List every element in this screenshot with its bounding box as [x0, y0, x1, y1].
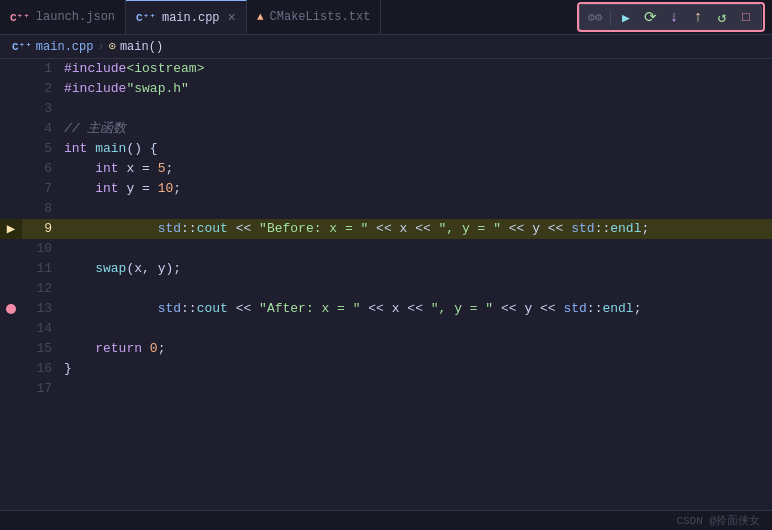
tab-bar: C⁺⁺ launch.json C⁺⁺ main.cpp × ▲ CMakeLi…	[0, 0, 772, 35]
code-content-1: #include<iostream>	[64, 59, 772, 79]
line-num-12: 12	[22, 279, 64, 299]
debug-toolbar: ⚙⚙ ▶ ⟳ ↓ ↑ ↺ □	[579, 4, 762, 31]
line-num-11: 11	[22, 259, 64, 279]
line-num-16: 16	[22, 359, 64, 379]
code-line-17: 17	[22, 379, 772, 399]
line-num-6: 6	[22, 159, 64, 179]
line-num-13: 13	[22, 299, 64, 319]
line-num-1: 1	[22, 59, 64, 79]
breadcrumb: C⁺⁺ main.cpp › ⊙ main()	[0, 35, 772, 59]
code-line-4: 4 // 主函数	[22, 119, 772, 139]
json-icon: C⁺⁺	[10, 11, 30, 24]
code-line-5: 5 int main() {	[22, 139, 772, 159]
editor-area: ▶ 1 #include<iostream> 2 #include"swap.h…	[0, 59, 772, 530]
line-num-7: 7	[22, 179, 64, 199]
code-line-14: 14	[22, 319, 772, 339]
code-line-11: 11 swap(x, y);	[22, 259, 772, 279]
cpp-icon: C⁺⁺	[136, 11, 156, 24]
tab-main-cpp[interactable]: C⁺⁺ main.cpp ×	[126, 0, 247, 34]
tab-close-main[interactable]: ×	[228, 11, 236, 25]
line-num-2: 2	[22, 79, 64, 99]
step-over-button[interactable]: ⟳	[639, 7, 661, 29]
debug-gutter: ▶	[0, 59, 22, 530]
code-line-6: 6 int x = 5;	[22, 159, 772, 179]
tab-label-cmake: CMakeLists.txt	[270, 10, 371, 24]
code-content-5: int main() {	[64, 139, 772, 159]
breadcrumb-symbol: main()	[120, 40, 163, 54]
code-content-4: // 主函数	[64, 119, 772, 139]
line-num-15: 15	[22, 339, 64, 359]
watermark-text: CSDN @拎面侠女	[676, 513, 760, 528]
tab-launch-json[interactable]: C⁺⁺ launch.json	[0, 0, 126, 34]
line-num-3: 3	[22, 99, 64, 119]
debug-arrow-marker: ▶	[0, 219, 22, 239]
breakpoint-marker[interactable]	[5, 299, 17, 319]
tab-label-main: main.cpp	[162, 11, 220, 25]
code-line-2: 2 #include"swap.h"	[22, 79, 772, 99]
code-line-7: 7 int y = 10;	[22, 179, 772, 199]
code-line-3: 3	[22, 99, 772, 119]
line-num-14: 14	[22, 319, 64, 339]
breadcrumb-separator: ›	[97, 40, 104, 54]
line-num-17: 17	[22, 379, 64, 399]
line-num-5: 5	[22, 139, 64, 159]
line-num-8: 8	[22, 199, 64, 219]
breadcrumb-file: main.cpp	[36, 40, 94, 54]
step-out-button[interactable]: ↑	[687, 7, 709, 29]
line-num-10: 10	[22, 239, 64, 259]
code-line-15: 15 return 0;	[22, 339, 772, 359]
code-content-15: return 0;	[64, 339, 772, 359]
cmake-icon: ▲	[257, 11, 264, 23]
line-num-9: 9	[22, 219, 64, 239]
code-content-6: int x = 5;	[64, 159, 772, 179]
code-content-16: }	[64, 359, 772, 379]
code-content-11: swap(x, y);	[64, 259, 772, 279]
step-into-button[interactable]: ↓	[663, 7, 685, 29]
code-line-1: 1 #include<iostream>	[22, 59, 772, 79]
breadcrumb-icon-fn: ⊙	[109, 39, 116, 54]
debug-config-button[interactable]: ⚙⚙	[584, 7, 606, 29]
code-line-9: 9 std::cout << "Before: x = " << x << ",…	[22, 219, 772, 239]
breakpoint-dot	[6, 304, 16, 314]
toolbar-divider-1	[610, 10, 611, 26]
code-line-10: 10	[22, 239, 772, 259]
code-content-2: #include"swap.h"	[64, 79, 772, 99]
status-bar: CSDN @拎面侠女	[0, 510, 772, 530]
continue-button[interactable]: ▶	[615, 7, 637, 29]
code-content-7: int y = 10;	[64, 179, 772, 199]
line-num-4: 4	[22, 119, 64, 139]
code-view: 1 #include<iostream> 2 #include"swap.h" …	[22, 59, 772, 530]
stop-button[interactable]: □	[735, 7, 757, 29]
code-line-13: 13 std::cout << "After: x = " << x << ",…	[22, 299, 772, 319]
breadcrumb-cpp-icon: C⁺⁺	[12, 40, 32, 53]
debug-arrow-icon: ▶	[7, 222, 15, 236]
tab-label-launch: launch.json	[36, 10, 115, 24]
code-line-16: 16 }	[22, 359, 772, 379]
tab-cmakelists[interactable]: ▲ CMakeLists.txt	[247, 0, 381, 34]
restart-button[interactable]: ↺	[711, 7, 733, 29]
